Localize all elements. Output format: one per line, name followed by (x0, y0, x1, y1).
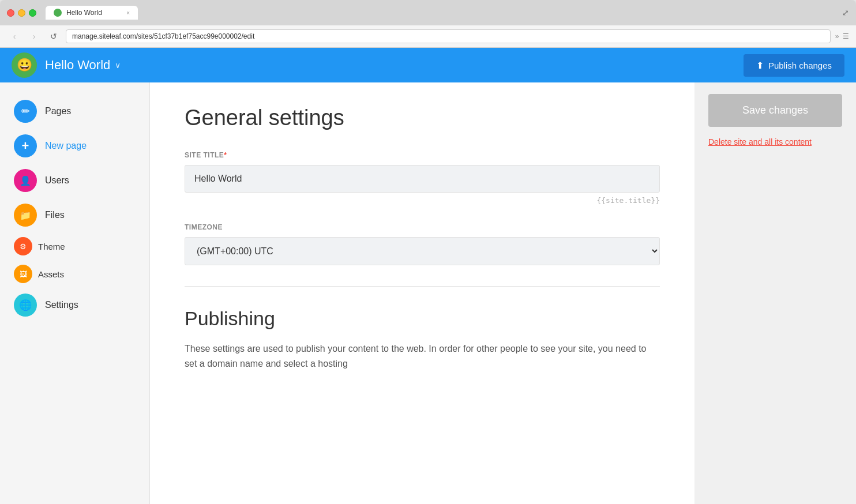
tab-bar: Hello World × (46, 6, 138, 20)
right-panel: Save changes Delete site and all its con… (694, 82, 856, 504)
maximize-window-button[interactable] (29, 9, 36, 17)
refresh-button[interactable]: ↺ (46, 29, 61, 44)
expand-icon[interactable]: ⤢ (842, 8, 849, 17)
site-logo: 😀 (12, 52, 37, 78)
section-divider (185, 286, 660, 287)
main-content: General settings SITE TITLE* {{site.titl… (150, 82, 694, 504)
forward-button[interactable]: › (27, 29, 42, 44)
site-title-input[interactable] (185, 165, 660, 193)
site-title-header[interactable]: Hello World ∨ (45, 58, 121, 73)
sidebar-item-assets[interactable]: 🖼 Assets (0, 260, 149, 288)
required-marker: * (224, 151, 227, 159)
files-icon: 📁 (14, 204, 37, 227)
pages-label: Pages (45, 106, 71, 116)
toolbar-extra: » ☰ (835, 32, 849, 40)
site-title-hint: {{site.title}} (185, 196, 660, 205)
sidebar-item-theme[interactable]: ⚙ Theme (0, 232, 149, 260)
publish-upload-icon: ⬆ (756, 60, 764, 71)
tab-favicon (54, 9, 62, 17)
publish-button[interactable]: ⬆ Publish changes (744, 54, 844, 77)
publishing-text: These settings are used to publish your … (185, 341, 660, 371)
users-icon: 👤 (14, 169, 37, 192)
close-window-button[interactable] (7, 9, 14, 17)
back-button[interactable]: ‹ (7, 29, 22, 44)
app-body: ✏ Pages + New page 👤 Users 📁 Files ⚙ The… (0, 82, 856, 504)
sidebar-item-users[interactable]: 👤 Users (0, 163, 149, 198)
tab-title: Hello World (66, 9, 102, 17)
newpage-label: New page (45, 141, 87, 151)
page-title: General settings (185, 106, 660, 130)
dropdown-arrow-icon: ∨ (115, 61, 121, 70)
timezone-select[interactable]: (GMT+00:00) UTC (185, 237, 660, 265)
pages-icon: ✏ (14, 100, 37, 123)
logo-emoji: 😀 (17, 58, 32, 73)
window-controls (7, 9, 36, 17)
site-name: Hello World (45, 58, 110, 73)
minimize-window-button[interactable] (18, 9, 25, 17)
browser-toolbar: ‹ › ↺ » ☰ (0, 25, 856, 48)
sidebar-item-settings[interactable]: 🌐 Settings (0, 288, 149, 322)
sidebar-item-newpage[interactable]: + New page (0, 129, 149, 163)
settings-label: Settings (45, 300, 78, 310)
assets-label: Assets (38, 269, 64, 279)
browser-titlebar: Hello World × ⤢ (0, 0, 856, 25)
theme-icon: ⚙ (14, 237, 32, 255)
timezone-field: TIMEZONE (GMT+00:00) UTC (185, 223, 660, 265)
timezone-label: TIMEZONE (185, 223, 660, 231)
sidebar-item-files[interactable]: 📁 Files (0, 198, 149, 232)
users-label: Users (45, 175, 69, 186)
publishing-heading: Publishing (185, 307, 660, 330)
sidebar-item-pages[interactable]: ✏ Pages (0, 94, 149, 129)
app-header: 😀 Hello World ∨ ⬆ Publish changes (0, 48, 856, 82)
newpage-icon: + (14, 134, 37, 157)
browser-window: Hello World × ⤢ ‹ › ↺ » ☰ 😀 Hello World … (0, 0, 856, 504)
publish-label: Publish changes (768, 61, 832, 70)
site-title-field: SITE TITLE* {{site.title}} (185, 151, 660, 205)
sidebar: ✏ Pages + New page 👤 Users 📁 Files ⚙ The… (0, 82, 150, 504)
browser-tab[interactable]: Hello World × (46, 6, 138, 20)
settings-icon: 🌐 (14, 294, 37, 317)
theme-label: Theme (38, 242, 65, 251)
save-button[interactable]: Save changes (708, 94, 842, 127)
tab-close-button[interactable]: × (126, 10, 130, 16)
delete-site-link[interactable]: Delete site and all its content (708, 137, 842, 146)
files-label: Files (45, 210, 65, 220)
assets-icon: 🖼 (14, 265, 32, 283)
address-bar[interactable] (66, 29, 831, 43)
site-title-label: SITE TITLE* (185, 151, 660, 159)
